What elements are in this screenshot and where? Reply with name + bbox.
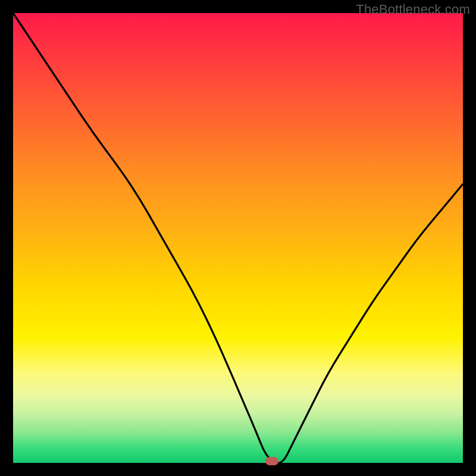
optimal-point-marker xyxy=(265,457,278,465)
plot-area xyxy=(13,13,463,463)
bottleneck-curve xyxy=(13,13,463,463)
watermark-text: TheBottleneck.com xyxy=(356,2,470,17)
chart-frame: TheBottleneck.com xyxy=(0,0,476,476)
